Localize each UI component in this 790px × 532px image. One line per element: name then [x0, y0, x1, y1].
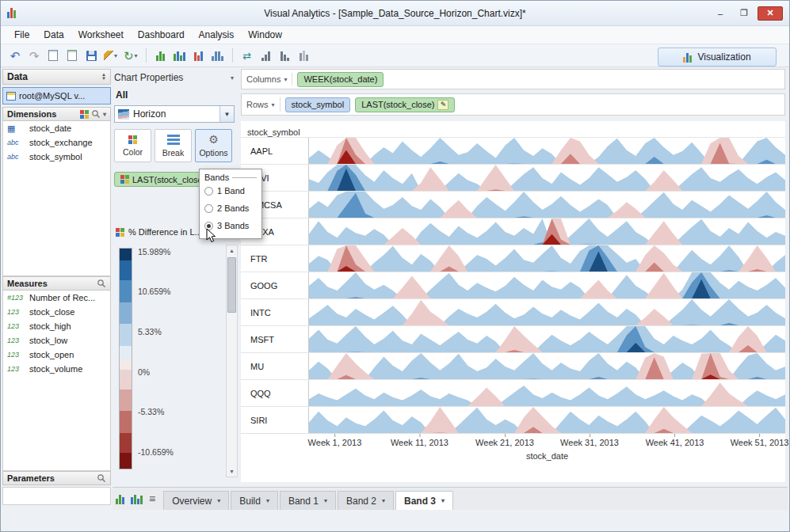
dimension-item[interactable]: abcstock_symbol [3, 150, 110, 164]
visualization-toggle[interactable]: Visualization [658, 48, 777, 66]
menu-analysis[interactable]: Analysis [192, 28, 242, 42]
popup-radio-row[interactable]: 2 Bands [204, 200, 257, 217]
menu-dashboard[interactable]: Dashboard [131, 28, 192, 42]
radio-icon[interactable] [204, 204, 213, 213]
rows-pill-dimension[interactable]: stock_symbol [285, 97, 351, 112]
horizon-plot[interactable] [309, 138, 785, 164]
color-button[interactable]: Color [114, 129, 151, 162]
menu-worksheet[interactable]: Worksheet [71, 28, 131, 42]
chevron-down-icon[interactable]: ▾ [103, 111, 106, 118]
measure-item[interactable]: 123stock_volume [3, 362, 110, 376]
redo-button[interactable]: ↷ [26, 47, 42, 64]
tab-overview[interactable]: Overview▾ [163, 491, 229, 510]
horizon-plot[interactable] [309, 380, 785, 406]
horizon-plot[interactable] [309, 272, 785, 298]
dimensions-header[interactable]: Dimensions ▾ [2, 107, 111, 121]
search-icon[interactable] [97, 473, 106, 483]
data-panel: Data ▲▼ root@MySQL v... Dimensions ▾ ▦st… [2, 69, 111, 510]
horizon-plot[interactable] [309, 245, 785, 272]
duplicate-worksheet-button[interactable] [64, 47, 80, 64]
tab-build[interactable]: Build▾ [231, 491, 278, 510]
tab-band-3[interactable]: Band 3▾ [395, 491, 453, 510]
undo-button[interactable]: ↶ [7, 47, 23, 64]
chevron-down-icon[interactable]: ▼ [219, 106, 234, 122]
chart-properties-header[interactable]: Chart Properties ▾ [114, 72, 234, 83]
dimension-item[interactable]: abcstock_exchange [3, 135, 110, 150]
dimension-item[interactable]: ▦stock_date [3, 121, 110, 135]
data-source-label: root@MySQL v... [19, 91, 85, 101]
measure-item[interactable]: 123stock_open [3, 348, 110, 362]
marks-chart-button[interactable] [191, 47, 207, 64]
parameters-header[interactable]: Parameters [2, 471, 111, 485]
rows-shelf[interactable]: Rows▾ stock_symbol LAST(stock_close)✎ [241, 93, 785, 116]
measure-item[interactable]: 123stock_close [3, 305, 110, 319]
horizon-plot[interactable] [309, 326, 785, 352]
search-icon[interactable] [97, 279, 106, 288]
chevron-down-icon[interactable]: ▾ [217, 497, 220, 504]
new-sheet-icon[interactable] [116, 494, 124, 504]
menu-file[interactable]: File [7, 28, 36, 42]
view-grid-icon[interactable] [80, 110, 89, 119]
menu-window[interactable]: Window [241, 28, 289, 42]
chevron-down-icon[interactable]: ▾ [382, 497, 385, 504]
measure-item[interactable]: 123stock_high [3, 319, 110, 333]
tab-band-1[interactable]: Band 1▾ [280, 491, 336, 510]
parameters-title: Parameters [7, 473, 55, 483]
maximize-button[interactable]: ❐ [734, 6, 754, 21]
histogram-button[interactable] [210, 47, 226, 64]
close-button[interactable]: ✕ [758, 6, 783, 21]
horizon-plot[interactable] [309, 299, 785, 325]
add-chart-button[interactable] [153, 47, 169, 64]
save-icon [86, 51, 97, 61]
chart-type-select[interactable]: Horizon ▼ [114, 105, 235, 123]
labels-icon [300, 51, 308, 61]
measure-item[interactable]: #123Number of Rec... [3, 291, 110, 305]
edit-pencil-icon[interactable]: ✎ [437, 100, 448, 110]
scroll-up-icon[interactable]: ▲ [229, 245, 235, 256]
chevron-down-icon[interactable]: ▾ [266, 497, 269, 504]
refresh-button[interactable]: ↻▾ [122, 47, 139, 64]
chevron-down-icon[interactable]: ▾ [441, 497, 445, 504]
tab-band-2[interactable]: Band 2▾ [338, 491, 394, 510]
measure-item[interactable]: 123stock_low [3, 333, 110, 348]
pill-label: stock_symbol [292, 100, 345, 109]
options-button[interactable]: ⚙ Options [195, 129, 232, 162]
sort-updown-icon[interactable]: ▲▼ [101, 73, 106, 81]
new-dashboard-icon[interactable] [131, 494, 143, 504]
rows-pill-measure[interactable]: LAST(stock_close)✎ [355, 97, 455, 112]
data-panel-header[interactable]: Data ▲▼ [2, 69, 111, 85]
columns-pill[interactable]: WEEK(stock_date) [297, 72, 384, 87]
menu-data[interactable]: Data [36, 28, 71, 42]
chevron-down-icon[interactable]: ▾ [231, 74, 234, 82]
save-button[interactable] [83, 47, 99, 64]
horizon-plot[interactable] [309, 407, 785, 433]
data-source-item[interactable]: root@MySQL v... [2, 87, 111, 104]
sort-ascending-button[interactable] [258, 47, 274, 64]
format-button[interactable]: ▾ [102, 47, 119, 64]
chevron-down-icon[interactable]: ▾ [272, 101, 275, 108]
add-dual-chart-button[interactable] [172, 47, 188, 64]
scroll-down-icon[interactable]: ▼ [229, 466, 235, 477]
sheet-list-icon[interactable]: ≡ [149, 493, 155, 504]
chevron-down-icon[interactable]: ▾ [284, 76, 287, 83]
columns-shelf[interactable]: Columns▾ WEEK(stock_date) [241, 69, 785, 89]
minimize-button[interactable]: – [710, 6, 731, 21]
new-worksheet-button[interactable] [45, 47, 61, 64]
legend-scrollbar[interactable]: ▲ ▼ [226, 245, 238, 477]
horizon-plot[interactable] [309, 165, 785, 191]
measures-header[interactable]: Measures [2, 276, 111, 291]
parameters-list[interactable] [2, 487, 111, 505]
horizon-plot[interactable] [309, 218, 785, 245]
labels-button[interactable] [296, 47, 312, 64]
break-button[interactable]: Break [155, 129, 192, 162]
horizon-plot[interactable] [309, 353, 785, 379]
sort-descending-button[interactable] [277, 47, 293, 64]
horizon-plot[interactable] [309, 192, 785, 218]
radio-icon[interactable] [204, 187, 213, 196]
search-icon[interactable] [91, 109, 101, 119]
break-button-label: Break [162, 148, 184, 158]
chevron-down-icon[interactable]: ▾ [324, 497, 327, 504]
scrollbar-thumb[interactable] [227, 257, 236, 313]
popup-radio-row[interactable]: 1 Band [204, 182, 257, 200]
swap-axes-button[interactable]: ⇄ [239, 47, 255, 64]
